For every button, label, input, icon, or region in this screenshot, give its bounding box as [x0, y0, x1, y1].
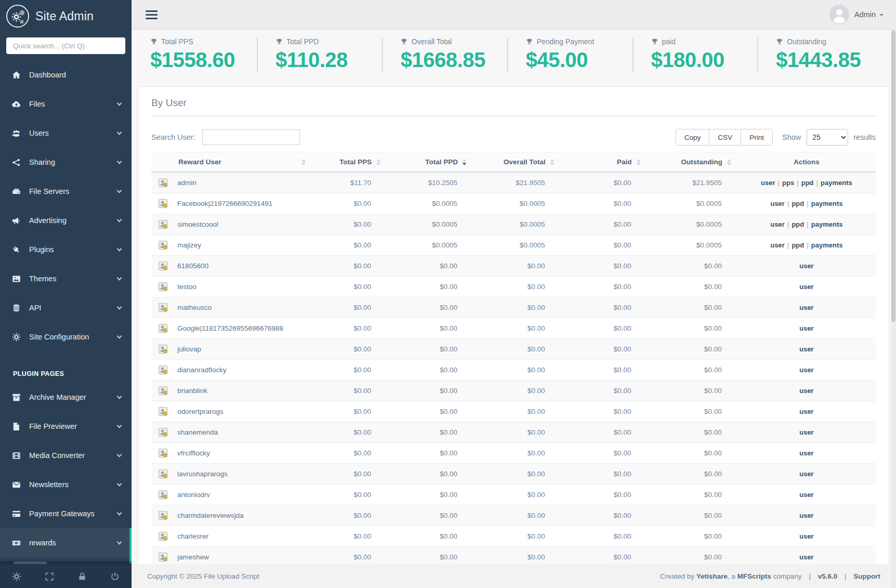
- cell-paid: $0.00: [561, 214, 647, 235]
- fullscreen-button[interactable]: [33, 565, 66, 588]
- ppd-action-link[interactable]: ppd: [791, 220, 804, 228]
- user-link[interactable]: charlesrer: [177, 532, 209, 540]
- user-link[interactable]: Facebook|2197266690291491: [177, 200, 272, 207]
- user-link[interactable]: admin: [177, 179, 197, 187]
- user-action-link[interactable]: user: [770, 200, 784, 207]
- ppd-action-link[interactable]: ppd: [801, 179, 814, 187]
- user-action-link[interactable]: user: [799, 262, 813, 270]
- user-action-link[interactable]: user: [799, 283, 813, 291]
- cell-actions: user|pps|ppd|payments: [737, 172, 876, 193]
- user-link[interactable]: odorertprarogs: [177, 408, 224, 415]
- chevron-down-icon: [117, 188, 122, 193]
- payments-action-link[interactable]: payments: [811, 200, 843, 207]
- ppd-action-link[interactable]: ppd: [791, 200, 804, 207]
- logout-button[interactable]: [99, 565, 132, 588]
- user-link[interactable]: lavrushaprarogs: [177, 470, 228, 478]
- sidebar-item-label: File Previewer: [29, 422, 118, 430]
- mfscripts-link[interactable]: MFScripts: [737, 572, 771, 580]
- user-action-link[interactable]: user: [799, 512, 813, 519]
- ppd-action-link[interactable]: ppd: [791, 241, 804, 249]
- column-header-overall_total[interactable]: Overall Total: [473, 152, 561, 173]
- user-action-link[interactable]: user: [770, 241, 784, 249]
- sidebar-item-newsletters[interactable]: Newsletters: [0, 470, 132, 499]
- sidebar-item-site-configuration[interactable]: Site Configuration: [0, 322, 132, 351]
- user-menu[interactable]: Admin: [829, 5, 884, 24]
- search-user-input[interactable]: [202, 129, 300, 145]
- column-header-outstanding[interactable]: Outstanding: [647, 152, 737, 173]
- sidebar-item-dashboard[interactable]: Dashboard: [0, 60, 132, 89]
- user-link[interactable]: matheusco: [177, 304, 212, 311]
- sidebar-item-label: Plugins: [29, 245, 118, 254]
- user-action-link[interactable]: user: [799, 387, 813, 395]
- csv-button[interactable]: CSV: [709, 129, 741, 146]
- column-header-total_ppd[interactable]: Total PPD: [387, 152, 473, 173]
- user-link[interactable]: diananradflocky: [177, 366, 227, 374]
- user-action-link[interactable]: user: [799, 408, 813, 415]
- user-action-link[interactable]: user: [799, 345, 813, 353]
- column-header-paid[interactable]: Paid: [561, 152, 647, 173]
- sidebar-item-api[interactable]: API: [0, 293, 132, 322]
- table-row: Google|118173526955696676988$0.00$0.00$0…: [151, 318, 876, 339]
- user-link[interactable]: Google|118173526955696676988: [177, 324, 283, 332]
- yetishare-link[interactable]: Yetishare: [696, 572, 728, 580]
- column-header-label: Total PPD: [425, 158, 458, 166]
- users-icon: [11, 128, 22, 138]
- page-scrollbar-thumb[interactable]: [891, 31, 895, 322]
- sidebar-item-users[interactable]: Users: [0, 119, 132, 148]
- payments-action-link[interactable]: payments: [821, 179, 852, 187]
- sidebar-item-file-servers[interactable]: File Servers: [0, 177, 132, 206]
- pps-action-link[interactable]: pps: [782, 179, 794, 187]
- user-link[interactable]: majizey: [177, 241, 201, 249]
- sidebar-item-rewards[interactable]: rewards: [0, 528, 132, 557]
- sidebar-item-file-previewer[interactable]: File Previewer: [0, 412, 132, 441]
- cell-actions: user: [737, 443, 876, 464]
- payments-action-link[interactable]: payments: [811, 220, 843, 228]
- sidebar-item-payment-gateways[interactable]: Payment Gateways: [0, 499, 132, 528]
- user-action-link[interactable]: user: [799, 532, 813, 540]
- sidebar-item-plugins[interactable]: Plugins: [0, 235, 132, 264]
- stat-value: $45.00: [526, 48, 632, 72]
- sidebar-scrollbar-thumb[interactable]: [14, 561, 47, 564]
- user-link[interactable]: antoniodrv: [177, 491, 210, 499]
- user-action-link[interactable]: user: [799, 449, 813, 457]
- lock-button[interactable]: [66, 565, 99, 588]
- cell-reward-user: charmdatereviewsjda: [151, 505, 312, 526]
- user-action-link[interactable]: user: [799, 553, 813, 561]
- user-link[interactable]: jameshew: [177, 553, 209, 561]
- sidebar-item-archive-manager[interactable]: Archive Manager: [0, 383, 132, 412]
- sidebar-item-advertising[interactable]: Advertising: [0, 206, 132, 235]
- user-action-link[interactable]: user: [770, 220, 784, 228]
- user-action-link[interactable]: user: [761, 179, 775, 187]
- chevron-down-icon: [117, 246, 122, 251]
- user-link[interactable]: juliovap: [177, 345, 201, 353]
- user-action-link[interactable]: user: [799, 366, 813, 374]
- user-action-link[interactable]: user: [799, 491, 813, 499]
- sidebar-item-media-converter[interactable]: Media Converter: [0, 441, 132, 470]
- user-action-link[interactable]: user: [799, 304, 813, 311]
- user-link[interactable]: simoestcoool: [177, 220, 218, 228]
- copy-button[interactable]: Copy: [676, 129, 710, 146]
- results-per-page-select[interactable]: 25: [807, 129, 848, 146]
- user-link[interactable]: charmdatereviewsjda: [177, 512, 244, 519]
- user-link[interactable]: brianblink: [177, 387, 207, 395]
- menu-toggle-icon[interactable]: [146, 8, 158, 21]
- user-action-link[interactable]: user: [799, 470, 813, 478]
- column-header-user[interactable]: Reward User: [151, 152, 312, 173]
- user-link[interactable]: vfrcifflocky: [177, 449, 210, 457]
- user-link[interactable]: shanemenda: [177, 428, 218, 436]
- payments-action-link[interactable]: payments: [811, 241, 843, 249]
- user-action-link[interactable]: user: [799, 428, 813, 436]
- sidebar-item-sharing[interactable]: Sharing: [0, 148, 132, 177]
- cell-outstanding: $0.00: [647, 443, 737, 464]
- settings-button[interactable]: [0, 565, 33, 588]
- sidebar-item-themes[interactable]: Themes: [0, 264, 132, 293]
- print-button[interactable]: Print: [741, 129, 773, 146]
- support-link[interactable]: Support: [853, 572, 880, 580]
- column-header-total_pps[interactable]: Total PPS: [312, 152, 386, 173]
- user-link[interactable]: 61805600: [177, 262, 209, 270]
- quick-search-input[interactable]: [6, 37, 125, 54]
- cell-total-ppd: $0.00: [387, 277, 473, 297]
- user-action-link[interactable]: user: [799, 324, 813, 332]
- sidebar-item-files[interactable]: Files: [0, 89, 132, 119]
- user-link[interactable]: testoo: [177, 283, 197, 291]
